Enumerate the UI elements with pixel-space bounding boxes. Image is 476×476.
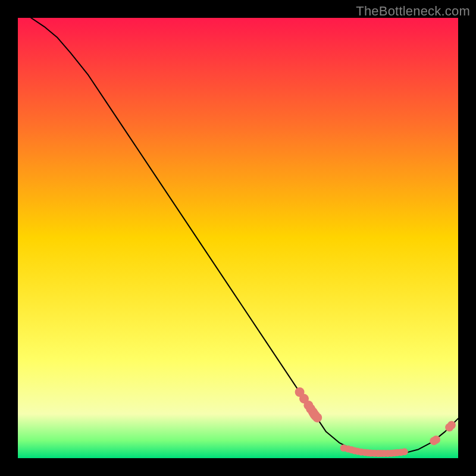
data-point (432, 436, 440, 444)
data-point (401, 448, 408, 455)
watermark-text: TheBottleneck.com (356, 4, 470, 19)
data-point (447, 421, 456, 430)
plot-area (18, 18, 458, 458)
chart-svg (18, 18, 458, 458)
chart-frame: TheBottleneck.com (0, 0, 476, 476)
chart-background (18, 18, 458, 458)
data-point (312, 413, 322, 422)
